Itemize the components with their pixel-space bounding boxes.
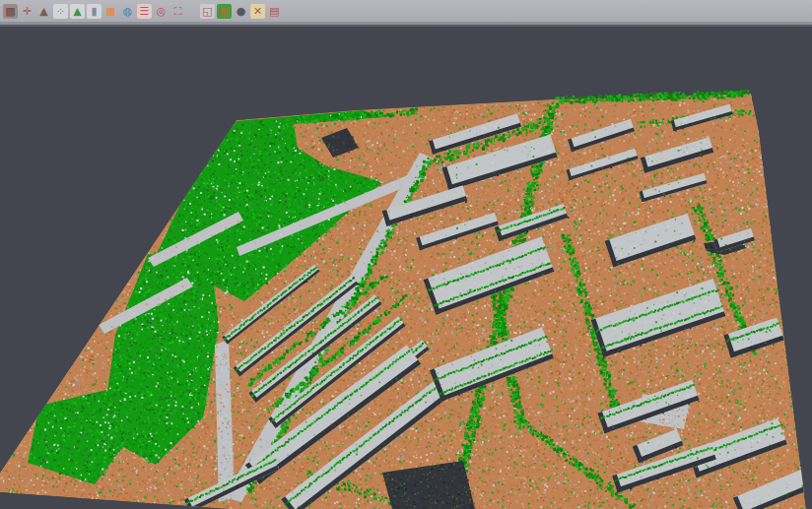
dark-texture-tool-icon[interactable]: ▩: [3, 4, 18, 19]
column-ruler-tool-icon[interactable]: ▮: [87, 4, 102, 19]
move-crosshair-tool-icon[interactable]: ✛: [20, 4, 34, 19]
globe-tool-icon[interactable]: ◍: [120, 4, 135, 19]
classification-tool-icon[interactable]: ▦: [217, 4, 232, 19]
3d-viewport[interactable]: [0, 27, 812, 509]
sphere-tool-icon[interactable]: ●: [234, 4, 248, 19]
red-band-tool-icon[interactable]: ▤: [267, 4, 282, 19]
main-toolbar: ▩✛▲⁘▲▮■◍☰◎⛶◱▦●✕▤: [0, 0, 812, 22]
target-circle-tool-icon[interactable]: ◎: [154, 4, 169, 19]
mountain-tool-icon[interactable]: ▲: [36, 4, 51, 19]
point-cloud-canvas[interactable]: [0, 27, 812, 509]
extent-bracket-tool-icon[interactable]: ⛶: [170, 4, 185, 19]
point-sample-tool-icon[interactable]: ⁘: [53, 4, 68, 19]
layer-lines-tool-icon[interactable]: ☰: [137, 4, 152, 19]
ortho-square-tool-icon[interactable]: ■: [103, 4, 118, 19]
flag-cross-tool-icon[interactable]: ✕: [250, 4, 265, 19]
terrain-hill-tool-icon[interactable]: ▲: [70, 4, 85, 19]
clip-region-tool-icon[interactable]: ◱: [200, 4, 215, 19]
